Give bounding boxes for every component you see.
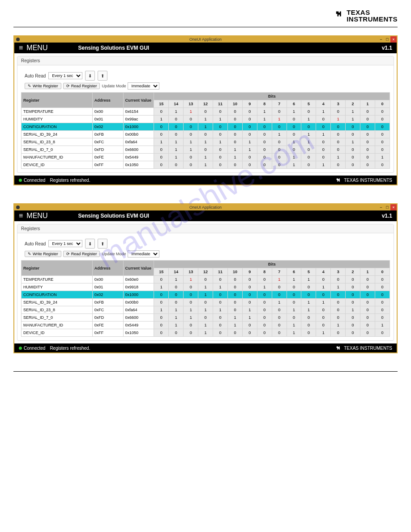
- bit-cell[interactable]: 0: [198, 299, 213, 306]
- bit-cell[interactable]: 0: [184, 283, 198, 291]
- bit-cell[interactable]: 0: [360, 276, 375, 283]
- bit-cell[interactable]: 0: [331, 291, 346, 299]
- bit-cell[interactable]: 0: [360, 306, 375, 314]
- bit-cell[interactable]: 0: [375, 283, 390, 291]
- bit-cell[interactable]: 0: [198, 131, 213, 138]
- bit-cell[interactable]: 0: [242, 131, 257, 138]
- bit-cell[interactable]: 0: [331, 108, 346, 116]
- bit-cell[interactable]: 0: [198, 108, 213, 116]
- bit-cell[interactable]: 0: [213, 131, 228, 138]
- bit-cell[interactable]: 0: [242, 329, 257, 337]
- table-row[interactable]: HUMIDITY 0x01 0x99ac 1001100110101100: [21, 116, 390, 123]
- bit-cell[interactable]: 0: [375, 116, 390, 123]
- bit-cell[interactable]: 0: [184, 329, 198, 337]
- bit-cell[interactable]: 0: [169, 131, 184, 138]
- write-register-button[interactable]: ✎Write Register: [25, 251, 61, 257]
- bit-cell[interactable]: 1: [301, 276, 316, 283]
- bit-cell[interactable]: 1: [242, 146, 257, 154]
- bit-cell[interactable]: 0: [375, 108, 390, 116]
- download-icon[interactable]: ⬇: [85, 239, 95, 249]
- bit-cell[interactable]: 0: [316, 276, 331, 283]
- table-row[interactable]: SERIAL_ID_7_0 0xFD 0x6600 01100110000000…: [21, 146, 390, 154]
- bit-cell[interactable]: 0: [360, 116, 375, 123]
- bit-cell[interactable]: 1: [375, 322, 390, 329]
- bit-cell[interactable]: 0: [154, 314, 169, 322]
- bit-cell[interactable]: 0: [228, 131, 243, 138]
- bit-cell[interactable]: 1: [154, 138, 169, 146]
- bit-cell[interactable]: 0: [228, 283, 243, 291]
- bit-cell[interactable]: 0: [287, 299, 301, 306]
- bit-cell[interactable]: 1: [301, 299, 316, 306]
- close-button[interactable]: ×: [390, 36, 397, 43]
- bit-cell[interactable]: 0: [184, 161, 198, 169]
- bit-cell[interactable]: 0: [213, 161, 228, 169]
- bit-cell[interactable]: 0: [213, 329, 228, 337]
- bit-cell[interactable]: 0: [154, 291, 169, 299]
- bit-cell[interactable]: 0: [375, 276, 390, 283]
- bit-cell[interactable]: 0: [154, 161, 169, 169]
- bit-cell[interactable]: 0: [257, 291, 272, 299]
- bit-cell[interactable]: 0: [375, 291, 390, 299]
- bit-cell[interactable]: 1: [242, 314, 257, 322]
- bit-cell[interactable]: 0: [228, 291, 243, 299]
- bit-cell[interactable]: 0: [287, 123, 301, 131]
- read-register-button[interactable]: ⟳Read Register: [63, 251, 100, 257]
- bit-cell[interactable]: 0: [346, 329, 360, 337]
- bit-cell[interactable]: 1: [169, 322, 184, 329]
- bit-cell[interactable]: 0: [360, 329, 375, 337]
- bit-cell[interactable]: 0: [272, 108, 287, 116]
- bit-cell[interactable]: 1: [213, 283, 228, 291]
- bit-cell[interactable]: 0: [272, 138, 287, 146]
- bit-cell[interactable]: 0: [287, 291, 301, 299]
- bit-cell[interactable]: 0: [257, 322, 272, 329]
- bit-cell[interactable]: 0: [375, 138, 390, 146]
- bit-cell[interactable]: 0: [301, 146, 316, 154]
- bit-cell[interactable]: 0: [331, 329, 346, 337]
- bit-cell[interactable]: 0: [316, 322, 331, 329]
- bit-cell[interactable]: 1: [198, 306, 213, 314]
- menu-label[interactable]: MENU: [26, 44, 47, 52]
- bit-cell[interactable]: 0: [257, 299, 272, 306]
- bit-cell[interactable]: 0: [375, 299, 390, 306]
- bit-cell[interactable]: 0: [257, 123, 272, 131]
- bit-cell[interactable]: 0: [228, 161, 243, 169]
- bit-cell[interactable]: 0: [242, 299, 257, 306]
- bit-cell[interactable]: 0: [360, 154, 375, 161]
- bit-cell[interactable]: 0: [154, 299, 169, 306]
- table-row[interactable]: HUMIDITY 0x01 0x9918 1001100100011000: [21, 283, 390, 291]
- table-row[interactable]: MANUFACTURER_ID 0xFE 0x5449 010101000100…: [21, 322, 390, 329]
- update-mode-select[interactable]: Immediate: [128, 82, 159, 90]
- bit-cell[interactable]: 0: [154, 123, 169, 131]
- maximize-button[interactable]: □: [384, 36, 390, 43]
- bit-cell[interactable]: 1: [272, 116, 287, 123]
- bit-cell[interactable]: 0: [301, 322, 316, 329]
- bit-cell[interactable]: 0: [242, 154, 257, 161]
- bit-cell[interactable]: 1: [213, 306, 228, 314]
- bit-cell[interactable]: 0: [375, 146, 390, 154]
- bit-cell[interactable]: 0: [257, 276, 272, 283]
- bit-cell[interactable]: 1: [331, 322, 346, 329]
- bit-cell[interactable]: 0: [213, 108, 228, 116]
- bit-cell[interactable]: 0: [242, 276, 257, 283]
- bit-cell[interactable]: 0: [360, 283, 375, 291]
- bit-cell[interactable]: 1: [198, 116, 213, 123]
- bit-cell[interactable]: 0: [213, 322, 228, 329]
- bit-cell[interactable]: 0: [228, 306, 243, 314]
- table-row[interactable]: CONFIGURATION 0x02 0x1000 00010000000000…: [21, 291, 390, 299]
- bit-cell[interactable]: 0: [360, 131, 375, 138]
- bit-cell[interactable]: 0: [331, 123, 346, 131]
- bit-cell[interactable]: 0: [287, 146, 301, 154]
- bit-cell[interactable]: 1: [346, 116, 360, 123]
- bit-cell[interactable]: 0: [375, 306, 390, 314]
- bit-cell[interactable]: 0: [272, 306, 287, 314]
- bit-cell[interactable]: 1: [316, 131, 331, 138]
- bit-cell[interactable]: 1: [287, 306, 301, 314]
- bit-cell[interactable]: 1: [184, 314, 198, 322]
- bit-cell[interactable]: 0: [154, 108, 169, 116]
- bit-cell[interactable]: 0: [228, 138, 243, 146]
- bit-cell[interactable]: 0: [169, 123, 184, 131]
- bit-cell[interactable]: 0: [346, 154, 360, 161]
- bit-cell[interactable]: 1: [346, 138, 360, 146]
- bit-cell[interactable]: 0: [228, 299, 243, 306]
- bit-cell[interactable]: 0: [154, 329, 169, 337]
